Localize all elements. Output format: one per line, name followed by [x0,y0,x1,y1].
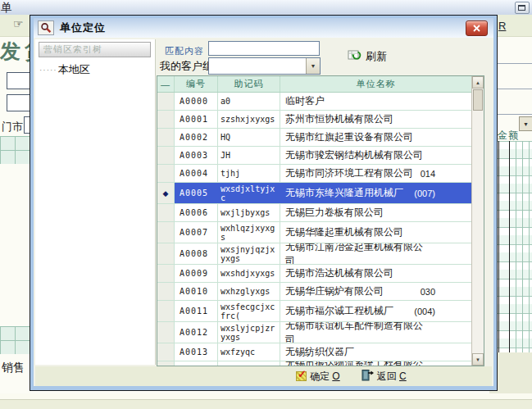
row-selection-indicator [157,147,175,164]
cell-code: A0011 [175,301,218,321]
restore-icon [518,5,525,11]
cell-code: A0005 [175,183,218,203]
match-content-label: 匹配内容 [165,45,204,57]
scrollbar-thumb[interactable] [473,89,483,111]
magnifier-icon [38,20,54,35]
cell-mnemonic: wxhlqzjxyxgs [218,222,280,243]
close-icon [473,25,480,32]
restore-button[interactable] [515,2,530,14]
table-row[interactable]: A0011wxsfecgcjxcfrc(无锡市福尔诚工程机械厂(004) [157,301,471,322]
table-row[interactable]: A0002HQ无锡市红旗起重设备有限公司 [157,129,471,147]
table-row[interactable]: A0001szshxjxyxgs苏州市恒协机械有限公司 [157,111,471,129]
scroll-up-button[interactable]: ▲ [472,76,484,89]
row-selection-indicator [157,111,175,128]
cell-code: A0001 [175,111,218,128]
background-band [0,399,532,409]
background-combo-arrow[interactable]: ▼ [519,116,532,131]
cell-mnemonic: wxshdjxyxgs [218,265,280,282]
table-row[interactable]: A0014wxszdwlxtsc无锡市振达物流系统工程有限公司 [157,361,471,366]
arrow-up-icon: ▲ [475,80,480,85]
header-code[interactable]: 编号 [175,76,218,92]
region-tree-panel: 营销区索引树 ·····本地区 [35,39,156,365]
table-row[interactable]: A0006wxjljbyxgs无锡巨力卷板有限公司 [157,204,471,222]
cell-mnemonic: HQ [218,129,280,146]
cell-mnemonic: wxhzglyxgs [218,283,280,300]
table-body: A0000a0临时客户A0001szshxjxyxgs苏州市恒协机械有限公司A0… [157,93,471,366]
unit-name-tag: (007) [414,189,435,198]
table-row[interactable]: A0000a0临时客户 [157,93,471,111]
cell-code: A0007 [175,222,218,243]
cell-mnemonic: wxsfecgcjxcfrc( [218,301,280,321]
cell-mnemonic: wxfzyqc [218,343,280,361]
refresh-button[interactable]: 刷新 [348,48,387,65]
screen: 单 ☞ 回R 发货 门市 3 ▼ 计金额 销售 单位定位 [0,0,532,409]
header-unit-name[interactable]: 单位名称 [280,76,471,92]
cell-mnemonic: wxszdwlxtsc [218,361,280,366]
table-row[interactable]: A0012wxslyjcpjzryxgs无锡市联谊机车配件制造有限公司 [157,322,471,343]
scroll-down-button[interactable]: ▼ [472,353,484,366]
table-row[interactable]: A0013wxfzyqc无锡纺织仪器厂 [157,343,471,361]
unit-locate-dialog: 单位定位 营销区索引树 ·····本地区 匹配内容 我的客户组 ▼ [30,15,498,391]
row-selection-indicator [157,129,175,146]
table-row[interactable]: A0009wxshdjxyxgs无锡市浩达机械有限公司 [157,265,471,283]
exit-door-icon [361,369,374,384]
row-selection-indicator [157,165,175,182]
background-band [0,393,532,399]
table-header-row: — 编号 助记码 单位名称 [157,76,471,93]
header-mnemonic[interactable]: 助记码 [218,76,280,92]
unit-name-text: 无锡市振达物流系统工程有限公司 [285,361,429,366]
table-row[interactable]: A0003JH无锡市骏宏钢结构机械有限公司 [157,147,471,165]
table-row[interactable]: A0004tjhj无锡市同济环境工程有限公司014 [157,165,471,183]
unit-name-text: 无锡市同济环境工程有限公司 [285,166,413,180]
table-row[interactable]: A0010wxhzglyxgs无锡华庄锅炉有限公司030 [157,283,471,301]
cell-mnemonic: JH [218,147,280,164]
tree-item-local-region[interactable]: ·····本地区 [39,62,90,77]
row-selection-indicator [157,283,175,300]
cell-mnemonic: wxjljbyxgs [218,204,280,221]
cell-unit-name: 无锡纺织仪器厂 [280,343,471,361]
cell-code: A0004 [175,165,218,182]
cell-code: A0000 [175,93,218,110]
unit-name-text: 无锡市红旗起重设备有限公司 [285,130,413,144]
unit-name-tag: 030 [421,287,435,297]
cell-unit-name: 无锡市浩达机械有限公司 [280,265,471,282]
customer-group-combobox[interactable]: ▼ [208,57,321,75]
hand-pointer-icon: ☞ [13,17,24,30]
match-content-input[interactable] [208,41,320,56]
unit-table: — 编号 助记码 单位名称 A0000a0临时客户A0001szshxjxyxg… [157,75,484,366]
combo-dropdown-button[interactable]: ▼ [306,58,320,74]
unit-name-text: 无锡市联谊机车配件制造有限公司 [285,322,429,343]
cell-code: A0002 [175,129,218,146]
divider [498,63,532,64]
ok-button[interactable]: ✓ 确定 O [296,369,340,384]
cell-unit-name: 无锡市骏宏钢结构机械有限公司 [280,147,471,164]
row-selection-indicator [157,265,175,282]
cell-mnemonic: a0 [218,93,280,110]
close-button[interactable] [466,20,488,36]
unit-name-text: 无锡华隆起重机械有限公司 [285,225,403,239]
dialog-body: 营销区索引树 ·····本地区 匹配内容 我的客户组 ▼ [34,38,493,386]
return-button[interactable]: 返回 C [361,369,407,384]
cell-mnemonic: tjhj [218,165,280,182]
background-grid [0,136,30,164]
table-row[interactable]: A0008wxsjnyjqzjxyxgs无锡市江南冶金起重机械有限公司 [157,243,471,265]
row-selection-indicator [157,322,175,343]
table-row[interactable]: ◆A0005wxsdjxltyjxc无锡市东绛兴隆通用机械厂(007) [157,183,471,204]
unit-name-text: 无锡市浩达机械有限公司 [285,266,393,280]
unit-name-text: 临时客户 [285,94,325,108]
cell-code: A0014 [175,361,218,366]
cell-unit-name: 无锡市福尔诚工程机械厂(004) [280,301,471,321]
cell-unit-name: 无锡市江南冶金起重机械有限公司 [280,243,471,264]
row-selection-indicator [157,361,175,366]
unit-name-text: 无锡市骏宏钢结构机械有限公司 [285,148,423,162]
cell-unit-name: 无锡市同济环境工程有限公司014 [280,165,471,182]
cell-mnemonic: wxsjnyjqzjxyxgs [218,243,280,264]
menshi-label: 门市 [2,120,23,134]
table-row[interactable]: A0007wxhlqzjxyxgs无锡华隆起重机械有限公司 [157,222,471,243]
tree-branch-dots: ····· [39,66,57,75]
cell-unit-name: 无锡市红旗起重设备有限公司 [280,129,471,146]
unit-name-text: 无锡市福尔诚工程机械厂 [285,304,393,318]
dialog-titlebar[interactable]: 单位定位 [34,18,493,38]
vertical-scrollbar[interactable]: ▲ ▼ [471,76,484,366]
row-selection-indicator [157,243,175,264]
